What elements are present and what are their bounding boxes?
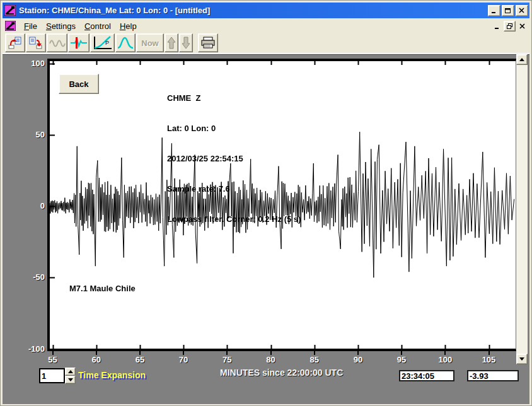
phase-pick-icon <box>70 36 88 50</box>
x-axis-tick <box>96 351 97 355</box>
x-tick-label: 70 <box>170 355 197 364</box>
x-axis-tick <box>314 351 315 355</box>
waveform-icon <box>49 36 66 50</box>
app-window: Station: CHME/China_Me Lat: 0 Lon: 0 - [… <box>0 0 532 406</box>
station-latlon: Lat: 0 Lon: 0 <box>167 124 301 134</box>
up-arrow-icon <box>167 37 176 49</box>
x-tick-label: 105 <box>475 355 503 364</box>
x-axis-tick <box>401 351 402 355</box>
station-info-block: CHME Z Lat: 0 Lon: 0 2012/03/25 22:54:15… <box>167 73 301 245</box>
spinner-down-icon <box>68 378 73 381</box>
scrollbar-up-icon <box>519 58 524 61</box>
station-channel: CHME Z <box>167 93 301 103</box>
maximize-icon <box>505 8 511 13</box>
menu-item-control[interactable]: Control <box>80 20 115 32</box>
spectrum-icon <box>117 36 134 50</box>
maximize-button[interactable] <box>502 5 514 16</box>
mdi-minimize-icon <box>494 23 500 29</box>
x-tick-label: 55 <box>39 355 67 364</box>
mdi-restore-button[interactable] <box>504 21 516 32</box>
scrollbar-up-button[interactable] <box>516 54 528 65</box>
x-tick-label: 85 <box>301 355 328 364</box>
mdi-close-icon <box>519 23 526 29</box>
y-tick-label: -50 <box>17 272 45 282</box>
load-next-button[interactable] <box>26 33 46 52</box>
x-axis-title: MINUTES since 22:00:00 UTC <box>220 368 343 378</box>
now-button-label: Now <box>137 38 162 48</box>
waveform-button[interactable] <box>47 33 67 52</box>
x-tick-label: 60 <box>83 355 110 364</box>
response-curve-button[interactable]: P <box>90 33 115 52</box>
cursor-amplitude-readout[interactable] <box>467 370 519 381</box>
spectrum-button[interactable] <box>115 33 136 52</box>
y-tick-label: 100 <box>17 59 45 68</box>
close-button[interactable] <box>516 5 528 16</box>
scroll-down-trace-button[interactable] <box>179 33 193 52</box>
back-button-label: Back <box>69 79 88 89</box>
filter-info: Lowpass filter. Corner: 0.2 Hz (5 s) <box>167 214 301 224</box>
menu-item-help[interactable]: Help <box>115 20 141 32</box>
y-tick-label: 0 <box>17 201 45 211</box>
mdi-minimize-button[interactable] <box>492 21 502 31</box>
mdi-restore-icon <box>507 23 513 29</box>
y-tick-label: -100 <box>17 344 45 354</box>
menu-bar: FileSettingsControlHelp <box>3 19 529 33</box>
load-previous-button[interactable] <box>5 33 25 52</box>
spinner-down-button[interactable] <box>65 376 76 384</box>
x-axis-tick <box>357 351 359 355</box>
x-axis-tick <box>52 351 54 355</box>
printer-icon <box>200 37 216 49</box>
back-button[interactable]: Back <box>59 74 99 94</box>
x-tick-label: 80 <box>257 355 285 364</box>
minimize-button[interactable] <box>488 5 500 16</box>
x-tick-label: 100 <box>431 355 459 364</box>
time-expansion-label: Time Expansion <box>78 370 146 380</box>
scrollbar-down-button[interactable] <box>516 354 528 364</box>
toolbar: P Now <box>3 33 529 54</box>
document-icon <box>5 21 16 31</box>
app-icon <box>4 5 16 16</box>
scroll-up-trace-button[interactable] <box>165 33 178 52</box>
x-axis-tick <box>139 351 141 355</box>
spinner-up-button[interactable] <box>65 368 76 376</box>
x-tick-label: 90 <box>344 355 372 364</box>
x-axis-tick <box>183 351 184 355</box>
time-expansion-input[interactable] <box>39 368 65 383</box>
x-tick-label: 95 <box>388 355 415 364</box>
event-annotation: M7.1 Maule Chile <box>69 284 136 293</box>
x-axis-tick <box>444 351 446 355</box>
close-icon <box>519 8 525 13</box>
phase-pick-button[interactable] <box>68 33 90 52</box>
time-expansion-spinner <box>65 368 76 385</box>
scrollbar-down-icon <box>519 357 524 361</box>
y-tick-label: 50 <box>17 130 45 139</box>
x-axis-tick <box>270 351 272 355</box>
x-axis-tick <box>226 351 228 355</box>
title-bar[interactable]: Station: CHME/China_Me Lat: 0 Lon: 0 - [… <box>3 3 529 18</box>
svg-text:P: P <box>105 40 109 46</box>
load-previous-icon <box>8 36 23 50</box>
menu-items: FileSettingsControlHelp <box>20 20 141 32</box>
down-arrow-icon <box>182 37 190 49</box>
trace-start-time: 2012/03/25 22:54:15 <box>167 154 301 164</box>
x-axis-tick <box>489 351 490 355</box>
minimize-icon <box>491 8 497 13</box>
vertical-scrollbar[interactable] <box>516 54 528 364</box>
response-curve-icon: P <box>93 35 113 50</box>
spinner-up-icon <box>68 370 73 373</box>
print-button[interactable] <box>198 33 218 52</box>
mdi-window-buttons <box>490 21 528 32</box>
cursor-time-readout[interactable] <box>399 370 454 381</box>
mdi-close-button[interactable] <box>517 21 528 31</box>
menu-item-file[interactable]: File <box>20 20 42 32</box>
menu-item-settings[interactable]: Settings <box>42 20 80 32</box>
x-tick-label: 75 <box>213 355 241 364</box>
load-next-icon <box>28 36 43 50</box>
sample-rate: Sample rate: 7.6 <box>167 184 301 194</box>
now-button[interactable]: Now <box>136 33 164 52</box>
x-tick-label: 65 <box>126 355 154 364</box>
window-title: Station: CHME/China_Me Lat: 0 Lon: 0 - [… <box>19 6 488 15</box>
